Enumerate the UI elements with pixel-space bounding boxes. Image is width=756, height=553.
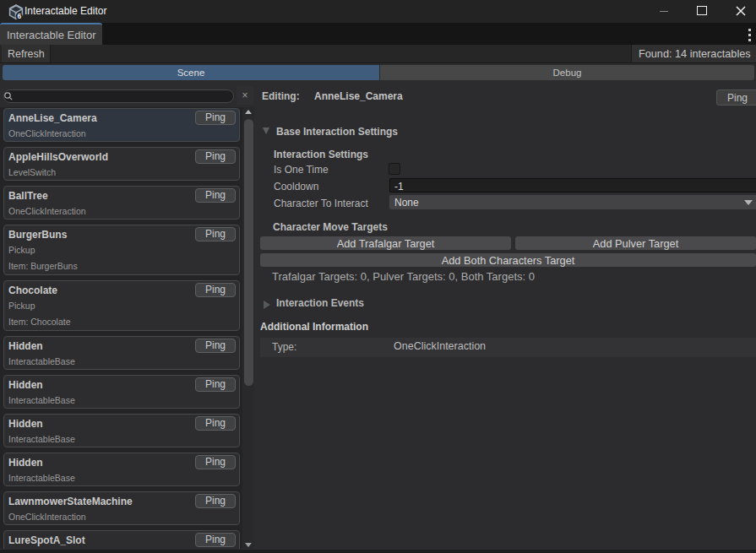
svg-text:6: 6 — [17, 12, 21, 20]
